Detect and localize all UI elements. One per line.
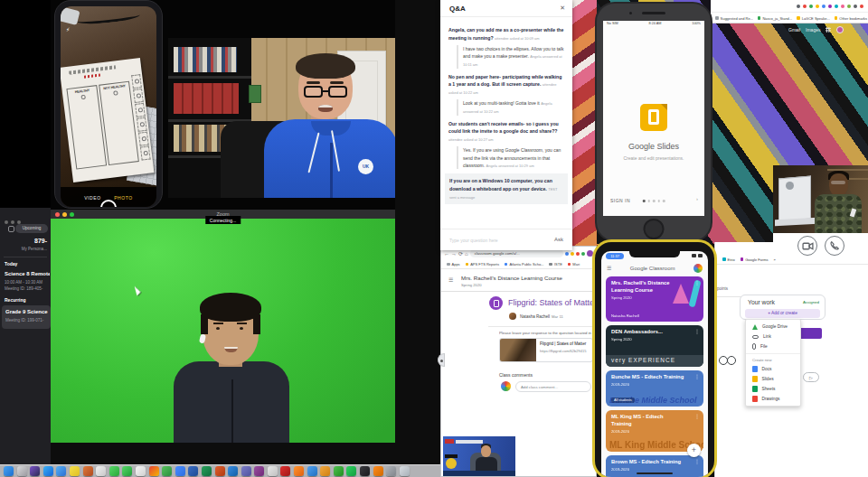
- bookmark-item[interactable]: Nasco_ja_Stand...: [758, 16, 792, 21]
- menu-icon[interactable]: ☰: [607, 265, 611, 271]
- dock-icon-facetime[interactable]: [122, 466, 132, 476]
- bookmark-item[interactable]: Google Forms: [741, 257, 769, 262]
- dock-icon-keynote[interactable]: [307, 466, 317, 476]
- add-or-create-button[interactable]: + Add or create: [745, 309, 820, 318]
- dock-icon-siri[interactable]: [30, 466, 40, 476]
- extension-icon[interactable]: [565, 252, 569, 256]
- back-icon[interactable]: ←: [444, 251, 449, 257]
- extension-icon[interactable]: [835, 5, 838, 8]
- dock-icon-firefox[interactable]: [294, 466, 304, 476]
- bookmark-item[interactable]: Mari: [568, 262, 580, 267]
- extension-icon[interactable]: [860, 5, 863, 8]
- images-link[interactable]: Images: [806, 27, 820, 33]
- dock-icon-messages[interactable]: [109, 466, 119, 476]
- dock-icon-powerpoint[interactable]: [215, 466, 225, 476]
- extension-icon[interactable]: [816, 5, 819, 8]
- extension-icon[interactable]: [822, 5, 826, 8]
- dock-icon-excel[interactable]: [202, 466, 212, 476]
- dock-icon-trash[interactable]: [400, 466, 410, 476]
- dock-icon-outlook[interactable]: [228, 466, 238, 476]
- card-menu-icon[interactable]: ⋮: [694, 413, 700, 419]
- bookmark-item[interactable]: Other bookmarks: [835, 16, 867, 21]
- bookmark-item[interactable]: Etrio: [722, 257, 735, 262]
- card-menu-icon[interactable]: ⋮: [694, 328, 700, 334]
- dock-icon-notes[interactable]: [70, 466, 80, 476]
- bookmark-item[interactable]: ISTE: [549, 262, 561, 267]
- phone-call-button[interactable]: [825, 236, 844, 256]
- link-title[interactable]: Flipgrid | States of Matter: [540, 341, 586, 346]
- extension-icon[interactable]: [803, 5, 807, 8]
- comment-input[interactable]: Add class comment...: [515, 381, 591, 392]
- new-meeting-icon[interactable]: [8, 226, 14, 232]
- dock-icon-safari[interactable]: [43, 466, 53, 476]
- home-button[interactable]: [644, 219, 665, 239]
- dock-icon-teams[interactable]: [241, 466, 251, 476]
- dock-icon-mail[interactable]: [56, 466, 66, 476]
- assignment-title[interactable]: Flipgrid: States of Matter: [508, 298, 595, 307]
- menu-item-slides[interactable]: Slides: [746, 374, 800, 384]
- extension-icon[interactable]: [571, 252, 574, 256]
- menu-item-drive[interactable]: Google Drive: [746, 322, 800, 332]
- menu-icon[interactable]: ☰: [448, 276, 453, 283]
- upcoming-tab[interactable]: Upcoming: [15, 224, 48, 233]
- dock[interactable]: [0, 464, 442, 477]
- chevron-right-icon[interactable]: ›: [696, 196, 698, 201]
- bookmark-item[interactable]: Atlanta Public Scho...: [505, 262, 544, 267]
- extension-icon[interactable]: [841, 5, 844, 8]
- add-class-fab[interactable]: +: [687, 444, 701, 457]
- bookmark-item[interactable]: Suggested and Re...: [715, 16, 753, 21]
- dock-icon-numbers[interactable]: [334, 466, 344, 476]
- dock-icon-launchpad[interactable]: [17, 466, 27, 476]
- dock-icon-chrome[interactable]: [149, 466, 159, 476]
- ask-button[interactable]: Ask: [554, 237, 563, 242]
- classroom-card[interactable]: Bunche Middle SchoolBunche MS - Edtech T…: [606, 370, 703, 407]
- bookmark-item[interactable]: LaGCE Speake...: [797, 16, 830, 21]
- picture-in-picture-video[interactable]: [443, 436, 515, 476]
- profile-avatar[interactable]: [836, 26, 844, 33]
- menu-item-drawings[interactable]: Drawings: [746, 394, 800, 404]
- close-icon[interactable]: ✕: [560, 5, 565, 12]
- attachment-thumbnail[interactable]: [799, 328, 822, 339]
- dock-icon-calendar[interactable]: [136, 466, 146, 476]
- card-menu-icon[interactable]: ⋮: [694, 279, 700, 285]
- dock-icon-onenote[interactable]: [254, 466, 264, 476]
- dock-icon-zoom[interactable]: [175, 466, 185, 476]
- meeting-title[interactable]: Science 8 Remote: [5, 271, 50, 276]
- card-menu-icon[interactable]: ⋮: [694, 373, 700, 379]
- dock-icon-terminal[interactable]: [360, 466, 370, 476]
- address-bar[interactable]: classroom.google.com/u/...: [470, 249, 563, 257]
- dock-icon-finder[interactable]: [4, 466, 14, 476]
- menu-item-sheets[interactable]: Sheets: [746, 384, 800, 394]
- menu-item-docs[interactable]: Docs: [746, 364, 800, 374]
- dock-icon-quicktime[interactable]: [386, 466, 396, 476]
- bookmark-item[interactable]: Apps: [447, 262, 460, 267]
- extension-icon[interactable]: [854, 5, 857, 8]
- dock-icon-word[interactable]: [188, 466, 198, 476]
- dock-icon-acrobat[interactable]: [280, 466, 290, 476]
- video-call-button[interactable]: [797, 236, 817, 256]
- bookmark-item[interactable]: APS FTS Reports: [466, 262, 499, 267]
- refresh-icon[interactable]: ⟳: [458, 251, 463, 257]
- menu-item-file[interactable]: File: [746, 341, 800, 351]
- forward-icon[interactable]: →: [451, 251, 457, 257]
- side-panel-handle[interactable]: [438, 353, 445, 367]
- dock-icon-pages[interactable]: [320, 466, 330, 476]
- extension-icon[interactable]: [576, 252, 580, 256]
- course-title[interactable]: Mrs. Rachell's Distance Learning Course: [461, 275, 562, 281]
- photo-mode-label[interactable]: PHOTO: [114, 192, 133, 204]
- extension-icon[interactable]: [809, 5, 813, 8]
- profile-avatar[interactable]: [693, 264, 703, 273]
- send-button[interactable]: ▷: [803, 372, 819, 382]
- profile-avatar[interactable]: [587, 250, 593, 257]
- dock-icon-spotify[interactable]: [346, 466, 356, 476]
- attachment-link-card[interactable]: Flipgrid | States of Matter https://flip…: [499, 338, 593, 362]
- dock-icon-photos[interactable]: [96, 466, 106, 476]
- home-icon[interactable]: ⌂: [465, 251, 468, 257]
- extension-icon[interactable]: [828, 5, 832, 8]
- dock-icon-books[interactable]: [83, 466, 93, 476]
- extension-icon[interactable]: [847, 5, 851, 8]
- extension-icon[interactable]: [797, 5, 800, 8]
- dock-icon-maps[interactable]: [162, 466, 172, 476]
- home-indicator[interactable]: [637, 472, 673, 474]
- meeting-card-selected[interactable]: Grade 9 Science Meeting ID: 199-071-: [2, 305, 51, 329]
